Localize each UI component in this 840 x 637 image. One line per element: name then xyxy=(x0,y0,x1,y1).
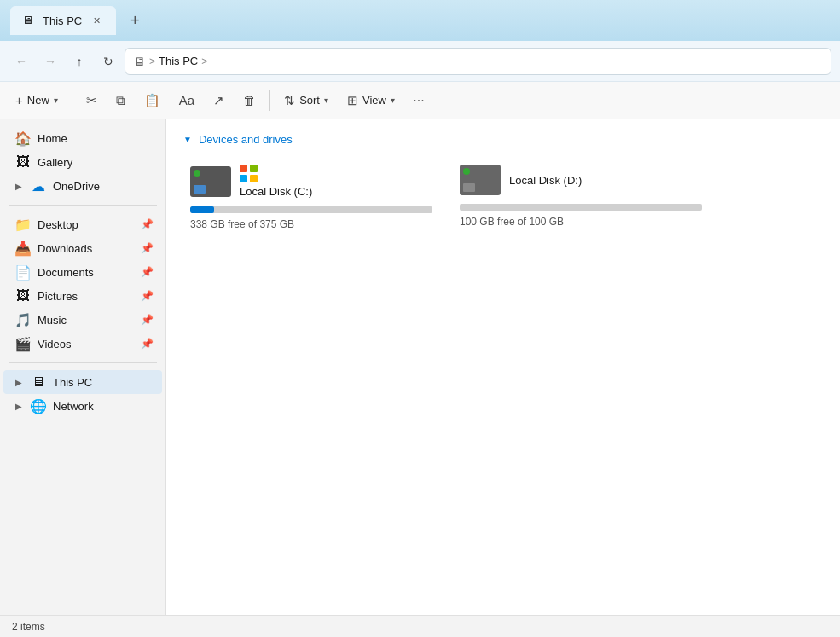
sidebar-item-music[interactable]: 🎵 Music 📌 xyxy=(3,308,162,332)
desktop-icon: 📁 xyxy=(15,217,31,232)
forward-button[interactable]: → xyxy=(38,49,63,74)
new-label: New xyxy=(27,94,49,107)
downloads-icon: 📥 xyxy=(15,240,31,256)
sidebar-item-gallery[interactable]: 🖼 Gallery xyxy=(3,150,162,174)
sidebar-network-label: Network xyxy=(53,400,154,413)
sidebar-divider-1 xyxy=(9,205,157,206)
sidebar-item-documents[interactable]: 📄 Documents 📌 xyxy=(3,260,162,284)
videos-pin-icon: 📌 xyxy=(141,338,154,350)
music-pin-icon: 📌 xyxy=(141,314,154,326)
sort-caret: ▾ xyxy=(324,96,328,105)
tab-this-pc[interactable]: 🖥 This PC ✕ xyxy=(10,6,116,35)
paste-icon: 📋 xyxy=(144,93,160,108)
thispc-icon: 🖥 xyxy=(31,374,46,390)
toolbar-sep-2 xyxy=(269,90,270,111)
thispc-expand-arrow: ▶ xyxy=(15,378,22,387)
main-layout: 🏠 Home 🖼 Gallery ▶ ☁ OneDrive 📁 Desktop … xyxy=(0,119,840,615)
section-collapse-arrow[interactable]: ▼ xyxy=(183,135,192,144)
sidebar-item-thispc[interactable]: ▶ 🖥 This PC xyxy=(3,370,162,394)
sort-label: Sort xyxy=(299,94,320,107)
new-caret: ▾ xyxy=(54,96,58,105)
title-bar: 🖥 This PC ✕ + xyxy=(0,0,840,41)
onedrive-icon: ☁ xyxy=(31,178,46,194)
pictures-icon: 🖼 xyxy=(15,288,31,304)
network-icon: 🌐 xyxy=(31,398,46,414)
breadcrumb-arrow: > xyxy=(201,55,207,67)
address-bar: ← → ↑ ↻ 🖥 > This PC > xyxy=(0,41,840,82)
share-button[interactable]: ↗ xyxy=(205,87,233,114)
documents-icon: 📄 xyxy=(15,264,31,280)
up-button[interactable]: ↑ xyxy=(67,49,92,74)
gallery-icon: 🖼 xyxy=(15,154,31,170)
copy-icon: ⧉ xyxy=(116,93,125,108)
rename-icon: Aa xyxy=(179,93,194,107)
documents-pin-icon: 📌 xyxy=(141,266,154,278)
sidebar-item-downloads[interactable]: 📥 Downloads 📌 xyxy=(3,236,162,260)
sidebar-music-label: Music xyxy=(38,314,134,327)
back-button[interactable]: ← xyxy=(9,49,34,74)
home-icon: 🏠 xyxy=(15,130,31,146)
toolbar-sep-1 xyxy=(72,90,72,111)
sidebar-thispc-label: This PC xyxy=(53,376,154,389)
drive-d-bar-container xyxy=(460,204,702,211)
sidebar-item-onedrive[interactable]: ▶ ☁ OneDrive xyxy=(3,174,162,198)
paste-button[interactable]: 📋 xyxy=(136,87,169,114)
sidebar-downloads-label: Downloads xyxy=(38,242,134,255)
drive-c-info: 338 GB free of 375 GB xyxy=(190,218,432,230)
refresh-button[interactable]: ↻ xyxy=(96,49,121,74)
tab-close-button[interactable]: ✕ xyxy=(89,13,104,28)
copy-button[interactable]: ⧉ xyxy=(107,87,134,114)
cut-icon: ✂ xyxy=(86,93,97,108)
breadcrumb[interactable]: 🖥 > This PC > xyxy=(125,48,831,75)
new-tab-button[interactable]: + xyxy=(123,9,147,32)
drive-d-icon xyxy=(460,165,501,195)
drive-d-info: 100 GB free of 100 GB xyxy=(460,216,702,228)
drive-c-item[interactable]: Local Disk (C:) 338 GB free of 375 GB xyxy=(183,158,439,237)
sidebar-gallery-label: Gallery xyxy=(38,156,154,169)
new-icon: + xyxy=(15,93,23,107)
pictures-pin-icon: 📌 xyxy=(141,290,154,302)
tab-title: This PC xyxy=(43,14,82,27)
drive-c-label: Local Disk (C:) xyxy=(240,185,312,198)
drive-c-header: Local Disk (C:) xyxy=(190,165,432,198)
sidebar-item-videos[interactable]: 🎬 Videos 📌 xyxy=(3,332,162,356)
section-label: Devices and drives xyxy=(199,133,293,146)
content-area: ▼ Devices and drives xyxy=(166,119,840,615)
network-expand-arrow: ▶ xyxy=(15,402,22,411)
delete-icon: 🗑 xyxy=(243,93,256,107)
sidebar-pictures-label: Pictures xyxy=(38,290,134,303)
onedrive-expand-arrow: ▶ xyxy=(15,182,22,191)
items-count: 2 items xyxy=(12,621,45,633)
breadcrumb-sep: > xyxy=(149,55,155,67)
rename-button[interactable]: Aa xyxy=(171,87,203,114)
more-button[interactable]: ··· xyxy=(405,87,432,114)
drive-d-label: Local Disk (D:) xyxy=(509,174,582,187)
videos-icon: 🎬 xyxy=(15,336,31,351)
drive-d-header: Local Disk (D:) xyxy=(460,165,702,195)
sidebar-desktop-label: Desktop xyxy=(38,218,134,231)
sidebar-item-desktop[interactable]: 📁 Desktop 📌 xyxy=(3,212,162,236)
drive-c-bar-fill xyxy=(190,206,214,213)
sidebar-item-home[interactable]: 🏠 Home xyxy=(3,126,162,150)
sidebar-item-network[interactable]: ▶ 🌐 Network xyxy=(3,394,162,418)
view-label: View xyxy=(362,94,386,107)
breadcrumb-pc-icon: 🖥 xyxy=(134,55,146,68)
drive-d-item[interactable]: Local Disk (D:) 100 GB free of 100 GB xyxy=(453,158,709,237)
drive-c-icon xyxy=(190,166,231,197)
sort-icon: ⇅ xyxy=(284,93,295,108)
sidebar-videos-label: Videos xyxy=(38,338,134,350)
view-button[interactable]: ⊞ View ▾ xyxy=(339,87,403,114)
section-header-devices: ▼ Devices and drives xyxy=(183,133,823,146)
status-bar: 2 items xyxy=(0,615,840,637)
tab-pc-icon: 🖥 xyxy=(22,14,36,27)
delete-button[interactable]: 🗑 xyxy=(235,87,264,114)
sidebar-item-pictures[interactable]: 🖼 Pictures 📌 xyxy=(3,284,162,308)
windows-logo-c xyxy=(240,165,258,183)
music-icon: 🎵 xyxy=(15,312,31,327)
breadcrumb-thispc: This PC xyxy=(159,55,198,67)
downloads-pin-icon: 📌 xyxy=(141,242,154,254)
sort-button[interactable]: ⇅ Sort ▾ xyxy=(275,87,337,114)
sidebar: 🏠 Home 🖼 Gallery ▶ ☁ OneDrive 📁 Desktop … xyxy=(0,119,166,615)
new-button[interactable]: + New ▾ xyxy=(7,87,67,114)
cut-button[interactable]: ✂ xyxy=(78,87,106,114)
